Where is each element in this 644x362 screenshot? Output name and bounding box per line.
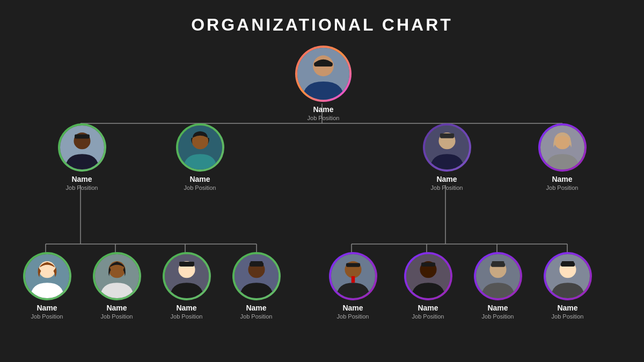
node-root: Name Job Position [292, 46, 354, 121]
svg-rect-33 [440, 134, 453, 136]
node-n12: Name Job Position [537, 252, 598, 320]
avatar-ring-n2 [176, 123, 224, 172]
node-n3-position: Job Position [431, 184, 463, 191]
avatar-ring-n8 [232, 252, 281, 300]
node-n10: Name Job Position [397, 252, 459, 320]
avatar-n4 [540, 125, 584, 169]
avatar-n7 [165, 254, 209, 298]
org-chart: Name Job Position Name Job Position [0, 40, 644, 359]
avatar-ring-n10 [404, 252, 452, 300]
node-n4-position: Job Position [546, 184, 579, 191]
avatar-n10 [406, 254, 450, 298]
avatar-n1 [60, 125, 104, 169]
avatar-ring-n12 [544, 252, 592, 300]
node-n8-position: Job Position [240, 313, 273, 320]
node-n1: Name Job Position [51, 123, 113, 191]
avatar-ring-n3 [423, 123, 471, 172]
node-n3-name: Name [436, 175, 457, 183]
node-n7: Name Job Position [156, 252, 217, 320]
node-n8-name: Name [246, 304, 266, 312]
node-n6-position: Job Position [101, 313, 133, 320]
node-n9-name: Name [342, 304, 363, 312]
avatar-n6 [95, 254, 139, 298]
node-n11-position: Job Position [482, 313, 514, 320]
svg-rect-66 [492, 261, 504, 264]
svg-rect-56 [346, 263, 360, 267]
node-n6: Name Job Position [86, 252, 148, 320]
avatar-ring-n6 [93, 252, 141, 300]
node-n5-position: Job Position [31, 313, 63, 320]
node-n10-position: Job Position [412, 313, 444, 320]
avatar-ring-n11 [474, 252, 522, 300]
node-n9-position: Job Position [337, 313, 369, 320]
page-title: ORGANIZATIONAL CHART [0, 0, 644, 40]
node-n5-name: Name [36, 304, 57, 312]
node-n6-name: Name [106, 304, 127, 312]
node-n2-name: Name [189, 175, 210, 183]
avatar-n8 [235, 254, 279, 298]
avatar-ring-n7 [163, 252, 211, 300]
node-n1-position: Job Position [66, 184, 98, 191]
avatar-ring-root [295, 46, 352, 102]
node-n2-position: Job Position [184, 184, 216, 191]
node-n12-position: Job Position [552, 313, 584, 320]
node-n5: Name Job Position [16, 252, 78, 320]
svg-rect-57 [351, 276, 355, 283]
node-n11-name: Name [487, 304, 508, 312]
avatar-n12 [546, 254, 590, 298]
node-n4: Name Job Position [531, 123, 593, 191]
avatar-root [297, 48, 349, 100]
avatar-n2 [178, 125, 222, 169]
avatar-n11 [476, 254, 520, 298]
avatar-ring-n4 [538, 123, 587, 172]
node-n7-name: Name [176, 304, 196, 312]
node-n4-name: Name [552, 175, 572, 183]
svg-rect-25 [75, 134, 90, 138]
svg-rect-21 [314, 62, 333, 67]
svg-rect-52 [250, 261, 262, 264]
avatar-n3 [425, 125, 469, 169]
node-root-position: Job Position [308, 115, 340, 121]
avatar-n5 [25, 254, 69, 298]
svg-rect-47 [179, 262, 194, 264]
node-n1-name: Name [71, 175, 92, 183]
node-n10-name: Name [418, 304, 438, 312]
avatar-ring-n9 [329, 252, 377, 300]
node-n3: Name Job Position [416, 123, 478, 191]
node-n8: Name Job Position [225, 252, 287, 320]
node-root-name: Name [313, 105, 333, 114]
svg-rect-71 [561, 261, 574, 264]
node-n2: Name Job Position [169, 123, 231, 191]
node-n11: Name Job Position [467, 252, 529, 320]
avatar-ring-n1 [58, 123, 106, 172]
avatar-ring-n5 [23, 252, 71, 300]
avatar-n9 [331, 254, 375, 298]
svg-rect-61 [421, 263, 435, 267]
node-n7-position: Job Position [171, 313, 203, 320]
node-n9: Name Job Position [322, 252, 384, 320]
node-n12-name: Name [557, 304, 577, 312]
